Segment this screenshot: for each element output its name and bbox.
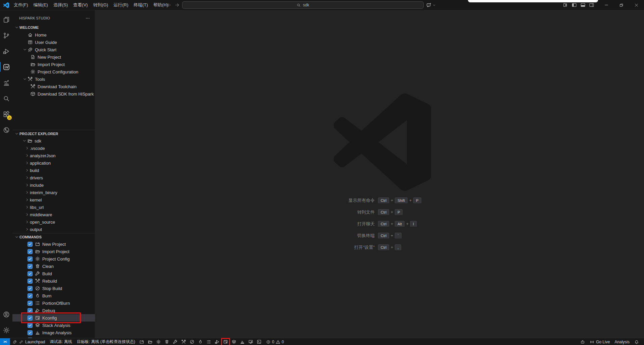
menu-file[interactable]: 文件(F): [11, 0, 31, 10]
menu-terminal[interactable]: 终端(T): [131, 0, 151, 10]
statusbar-icon-clean[interactable]: [163, 338, 171, 345]
sidebar-item-home[interactable]: Home: [12, 31, 95, 39]
forward-arrow-icon[interactable]: [174, 2, 180, 8]
statusbar-icon-stop-build[interactable]: [188, 338, 196, 345]
statusbar-icon-portion-of-burn[interactable]: [205, 338, 213, 345]
more-actions-icon[interactable]: [85, 16, 90, 21]
tree-item-application[interactable]: application: [12, 159, 95, 167]
command-debug[interactable]: Debug: [12, 307, 95, 314]
checkbox-debug[interactable]: [28, 308, 33, 313]
tree-item-open-source[interactable]: open_source: [12, 218, 95, 226]
minimize-button[interactable]: [599, 0, 614, 10]
sidebar-item-tools[interactable]: Tools: [12, 75, 95, 83]
menu-run[interactable]: 运行(R): [111, 0, 131, 10]
command-stop-build[interactable]: Stop Build: [12, 285, 95, 292]
section-header-welcome[interactable]: WELCOME: [12, 24, 95, 31]
statusbar-launchpad[interactable]: Launchpad: [10, 338, 47, 345]
sidebar-item-download-toolchain[interactable]: Download Toolchain: [12, 83, 95, 90]
copilot-button[interactable]: [426, 0, 436, 10]
statusbar-target-board-status[interactable]: 目标板: 离线 (单击检查连接状态): [74, 338, 138, 345]
checkbox-burn[interactable]: [28, 293, 33, 298]
back-arrow-icon[interactable]: [166, 2, 172, 8]
sidebar-item-user-guide[interactable]: User Guide: [12, 39, 95, 46]
statusbar-icon-image-analysis[interactable]: [238, 338, 247, 345]
sidebar-item-download-sdk[interactable]: Download SDK from HiSpark: [12, 90, 95, 98]
checkbox-image-analysis[interactable]: [28, 330, 33, 335]
command-kconfig[interactable]: Kconfig: [12, 314, 95, 322]
command-rebuild[interactable]: Rebuild: [12, 277, 95, 285]
tree-item-middleware[interactable]: middleware: [12, 211, 95, 218]
checkbox-build[interactable]: [28, 271, 33, 276]
sidebar-item-new-project[interactable]: New Project: [12, 53, 95, 61]
sidebar-item-import-project[interactable]: Import Project: [12, 61, 95, 68]
checkbox-portion-of-burn[interactable]: [28, 301, 33, 306]
checkbox-new-project[interactable]: [28, 242, 33, 247]
statusbar-icon-burn[interactable]: [196, 338, 205, 345]
restore-button[interactable]: [614, 0, 629, 10]
tree-item-interim-binary[interactable]: interim_binary: [12, 189, 95, 196]
statusbar-analysis[interactable]: Analysis: [612, 338, 632, 345]
activity-analysis[interactable]: [0, 75, 12, 91]
checkbox-clean[interactable]: [28, 264, 33, 269]
command-build[interactable]: Build: [12, 270, 95, 277]
activity-hispark-studio[interactable]: [0, 59, 12, 75]
menu-go[interactable]: 转到(G): [91, 0, 111, 10]
statusbar-icon-build[interactable]: [171, 338, 179, 345]
checkbox-kconfig[interactable]: [28, 315, 33, 321]
menu-view[interactable]: 查看(V): [70, 0, 90, 10]
menu-edit[interactable]: 编辑(E): [31, 0, 51, 10]
command-burn[interactable]: Burn: [12, 292, 95, 299]
activity-source-control[interactable]: [0, 27, 12, 43]
command-project-config[interactable]: Project Config: [12, 255, 95, 263]
close-button[interactable]: [629, 0, 644, 10]
activity-search[interactable]: [0, 91, 12, 106]
statusbar-go-live[interactable]: Go Live: [587, 338, 612, 345]
tree-item-include[interactable]: include: [12, 181, 95, 189]
checkbox-stack-analysis[interactable]: [28, 323, 33, 328]
checkbox-import-project[interactable]: [28, 249, 33, 254]
sidebar-item-project-configuration[interactable]: Project Configuration: [12, 68, 95, 75]
command-image-analysis[interactable]: Image Analysis: [12, 329, 95, 336]
statusbar-icon-rebuild[interactable]: [179, 338, 188, 345]
command-portion-of-burn[interactable]: PortionOfBurn: [12, 299, 95, 307]
checkbox-stop-build[interactable]: [28, 286, 33, 291]
statusbar-icon-project-config[interactable]: [154, 338, 163, 345]
activity-history[interactable]: [0, 122, 12, 138]
activity-settings[interactable]: [0, 322, 12, 338]
remote-indicator[interactable]: ><: [0, 338, 10, 345]
statusbar-icon-stack-analysis[interactable]: [230, 338, 238, 345]
tree-item-sdk[interactable]: sdk: [12, 137, 95, 145]
section-header-project-explorer[interactable]: PROJECT EXPLORER: [12, 130, 95, 137]
tree-item-output[interactable]: output: [12, 226, 95, 233]
statusbar-icon-import-project[interactable]: [146, 338, 154, 345]
checkbox-project-config[interactable]: [28, 256, 33, 262]
activity-account[interactable]: [0, 306, 12, 322]
tree-item-analyzerjson[interactable]: analyzerJson: [12, 152, 95, 159]
statusbar-debugger-status[interactable]: 调试器: 离线: [47, 338, 74, 345]
command-import-project[interactable]: Import Project: [12, 248, 95, 255]
tree-item-kernel[interactable]: kernel: [12, 196, 95, 204]
statusbar-icon-new-project[interactable]: [138, 338, 146, 345]
command-center-search[interactable]: sdk: [182, 1, 424, 9]
sidebar-item-quick-start[interactable]: Quick Start: [12, 46, 95, 53]
tree-item-vscode[interactable]: .vscode: [12, 145, 95, 152]
statusbar-notifications[interactable]: [632, 338, 641, 345]
tree-item-libs-url[interactable]: libs_url: [12, 204, 95, 211]
menu-selection[interactable]: 选择(S): [51, 0, 70, 10]
statusbar-robot[interactable]: [578, 338, 587, 345]
statusbar-icon-debug[interactable]: [213, 338, 221, 345]
activity-explorer[interactable]: [0, 12, 12, 27]
activity-run-debug[interactable]: [0, 43, 12, 59]
section-header-commands[interactable]: COMMANDS: [12, 233, 95, 240]
command-stack-analysis[interactable]: Stack Analysis: [12, 322, 95, 329]
activity-extensions[interactable]: [0, 106, 12, 122]
problems-status[interactable]: 00: [263, 340, 286, 344]
command-new-project[interactable]: New Project: [12, 240, 95, 248]
tree-item-build[interactable]: build: [12, 167, 95, 174]
statusbar-icon-monitor[interactable]: [247, 338, 255, 345]
statusbar-icon-kconfig[interactable]: [221, 338, 230, 345]
tree-item-drivers[interactable]: drivers: [12, 174, 95, 181]
checkbox-rebuild[interactable]: [28, 279, 33, 284]
command-clean[interactable]: Clean: [12, 263, 95, 270]
statusbar-icon-terminal[interactable]: [255, 338, 263, 345]
